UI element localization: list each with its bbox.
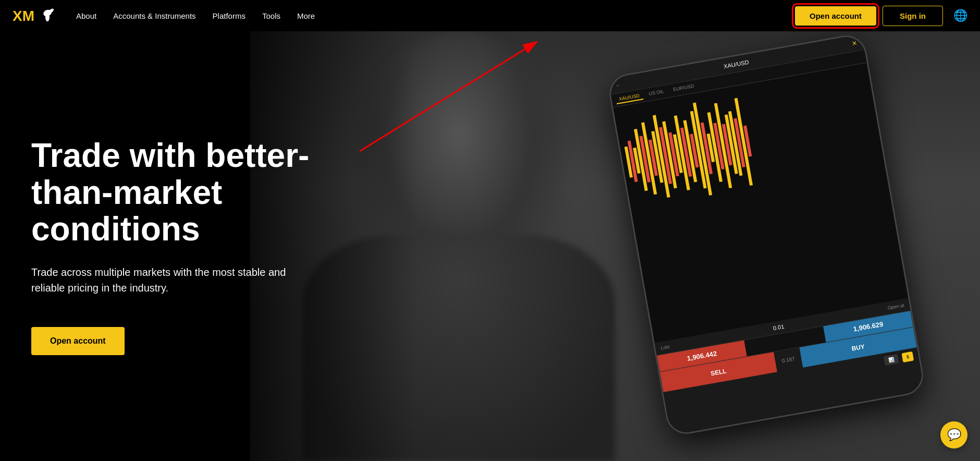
logo-area[interactable]: XM bbox=[13, 6, 55, 25]
chat-icon: 💬 bbox=[947, 428, 961, 442]
nav-links: About Accounts & Instruments Platforms T… bbox=[76, 11, 795, 20]
dove-icon bbox=[40, 7, 55, 25]
svg-point-4 bbox=[49, 10, 51, 13]
chat-bubble-button[interactable]: 💬 bbox=[940, 421, 967, 448]
xm-logo: XM bbox=[13, 6, 35, 25]
hero-subtitle: Trade across multiple markets with the m… bbox=[31, 264, 302, 296]
hero-title: Trade with better-than-market conditions bbox=[31, 137, 334, 247]
sign-in-button[interactable]: Sign in bbox=[883, 6, 943, 26]
language-selector[interactable]: 🌐 bbox=[953, 9, 967, 22]
phone-trade-icon: $ bbox=[901, 351, 914, 362]
nav-accounts-instruments[interactable]: Accounts & Instruments bbox=[113, 11, 195, 20]
phone-tab-usoil: US OIL bbox=[645, 87, 668, 99]
phone-tab-xauusd: XAU/USD bbox=[615, 91, 643, 104]
open-account-nav-button[interactable]: Open account bbox=[795, 6, 876, 26]
hero-section: ← XAU/USD ✕ XAU/USD US OIL EUR/USD bbox=[0, 0, 980, 461]
svg-text:XM: XM bbox=[13, 8, 34, 24]
hero-content: Trade with better-than-market conditions… bbox=[0, 0, 365, 461]
navbar: XM About Accounts & Instruments Platform… bbox=[0, 0, 980, 31]
svg-point-3 bbox=[45, 13, 50, 21]
nav-more[interactable]: More bbox=[297, 11, 315, 20]
nav-tools[interactable]: Tools bbox=[262, 11, 280, 20]
nav-right: Open account Sign in 🌐 bbox=[795, 6, 967, 26]
phone-action-icon: 📊 bbox=[884, 354, 899, 366]
phone-spread: 0.187 bbox=[781, 356, 795, 363]
open-account-hero-button[interactable]: Open account bbox=[31, 327, 125, 355]
nav-about[interactable]: About bbox=[76, 11, 96, 20]
nav-platforms[interactable]: Platforms bbox=[213, 11, 246, 20]
